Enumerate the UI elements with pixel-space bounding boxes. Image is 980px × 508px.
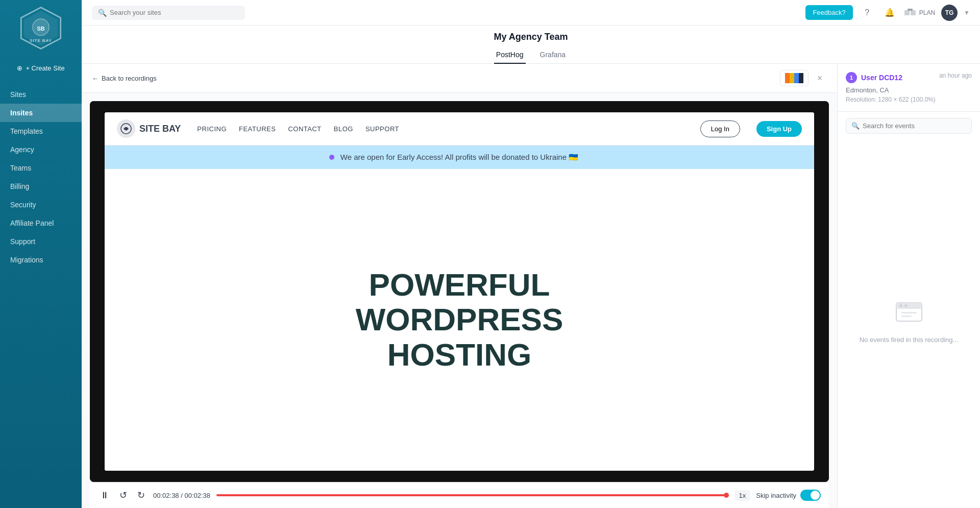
- user-info-left: 1 User DCD12: [846, 72, 902, 83]
- create-site-label: + Create Site: [26, 64, 64, 72]
- main-content: 🔍 Feedback? ? 🔔 PLAN TG ▼ My Agency Team…: [82, 0, 980, 508]
- toggle-knob: [811, 491, 820, 500]
- hero-line2: WORDPRESS: [356, 302, 563, 337]
- rainbow-icon: [785, 73, 803, 83]
- avatar[interactable]: TG: [941, 5, 958, 21]
- preview-logo: SITE BAY: [117, 119, 181, 138]
- sidebar-item-support[interactable]: Support: [0, 232, 82, 251]
- rewind-button[interactable]: ↺: [117, 488, 129, 503]
- team-header: My Agency Team PostHog Grafana: [82, 26, 980, 64]
- team-tabs: PostHog Grafana: [494, 46, 568, 63]
- progress-fill: [216, 494, 728, 496]
- preview-hero-text: POWERFUL WORDPRESS HOSTING: [356, 268, 563, 372]
- play-pause-button[interactable]: ⏸: [98, 488, 111, 503]
- nav-pricing: PRICING: [197, 125, 227, 133]
- notifications-button[interactable]: 🔔: [881, 5, 898, 21]
- sidebar-item-agency[interactable]: Agency: [0, 140, 82, 159]
- no-events-icon: [894, 299, 924, 330]
- hero-line3: HOSTING: [356, 337, 563, 372]
- sidebar-item-security[interactable]: Security: [0, 196, 82, 214]
- cursor-indicator: [329, 155, 334, 160]
- search-icon: 🔍: [98, 9, 107, 17]
- nav-contact: CONTACT: [288, 125, 321, 133]
- search-input[interactable]: [110, 9, 239, 16]
- topbar-search-container: 🔍: [92, 6, 245, 20]
- skip-inactivity-toggle[interactable]: [800, 490, 821, 501]
- plus-icon: ⊕: [17, 64, 22, 72]
- time-display: 00:02:38 / 00:02:38: [153, 492, 210, 499]
- video-container: SITE BAY PRICING FEATURES CONTACT BLOG S…: [90, 101, 829, 482]
- sidebar-item-templates[interactable]: Templates: [0, 122, 82, 140]
- sidebar-item-insites[interactable]: Insites: [0, 104, 82, 122]
- time-ago: an hour ago: [939, 72, 972, 79]
- hero-line1: POWERFUL: [356, 268, 563, 302]
- svg-text:SB: SB: [37, 26, 45, 32]
- sidebar-item-migrations[interactable]: Migrations: [0, 251, 82, 269]
- preview-hero: POWERFUL WORDPRESS HOSTING: [105, 169, 814, 470]
- nav-features: FEATURES: [239, 125, 276, 133]
- help-button[interactable]: ?: [859, 5, 875, 21]
- sidebar-item-sites[interactable]: Sites: [0, 85, 82, 104]
- site-preview: SITE BAY PRICING FEATURES CONTACT BLOG S…: [105, 112, 814, 470]
- banner-text: We are open for Early Access! All profit…: [340, 153, 578, 161]
- progress-dot: [724, 493, 729, 498]
- preview-banner: We are open for Early Access! All profit…: [105, 146, 814, 169]
- recording-toolbar: ← Back to recordings ×: [82, 64, 837, 93]
- svg-point-15: [899, 304, 902, 307]
- svg-rect-17: [901, 312, 917, 313]
- events-search-input[interactable]: [863, 122, 966, 130]
- speed-badge[interactable]: 1x: [735, 490, 750, 501]
- user-name[interactable]: User DCD12: [861, 74, 902, 82]
- plan-label: PLAN: [919, 9, 935, 16]
- user-number-badge: 1: [846, 72, 857, 83]
- topbar-actions: Feedback? ? 🔔 PLAN TG ▼: [805, 5, 970, 21]
- content-area: ← Back to recordings ×: [82, 64, 980, 508]
- events-search: 🔍: [846, 118, 972, 134]
- svg-rect-8: [785, 73, 790, 83]
- rainbow-button[interactable]: [780, 70, 808, 86]
- dropdown-chevron-icon[interactable]: ▼: [964, 9, 970, 16]
- right-panel: 1 User DCD12 an hour ago Edmonton, CA Re…: [837, 64, 980, 508]
- close-button[interactable]: ×: [813, 71, 827, 85]
- svg-rect-18: [901, 316, 912, 317]
- back-arrow-icon: ←: [92, 75, 99, 82]
- sidebar-item-affiliate[interactable]: Affiliate Panel: [0, 214, 82, 232]
- create-site-button[interactable]: ⊕ + Create Site: [0, 61, 82, 75]
- plan-badge: PLAN: [904, 8, 935, 17]
- right-panel-header: 1 User DCD12 an hour ago Edmonton, CA Re…: [838, 64, 980, 112]
- svg-rect-6: [911, 10, 916, 15]
- plan-icon: [904, 8, 916, 17]
- preview-login-button[interactable]: Log In: [700, 120, 740, 137]
- team-name: My Agency Team: [494, 32, 568, 42]
- nav-blog: BLOG: [334, 125, 353, 133]
- player-controls: ⏸ ↺ ↻ 00:02:38 / 00:02:38 1x Skip inacti…: [90, 482, 829, 508]
- no-events-text: No events fired in this recording...: [860, 336, 959, 344]
- video-inner: SITE BAY PRICING FEATURES CONTACT BLOG S…: [90, 101, 829, 482]
- sidebar-item-billing[interactable]: Billing: [0, 177, 82, 196]
- tab-grafana[interactable]: Grafana: [538, 46, 568, 64]
- preview-logo-icon: [117, 119, 135, 138]
- recording-panel: ← Back to recordings ×: [82, 64, 837, 508]
- svg-text:SITE BAY: SITE BAY: [30, 38, 52, 43]
- sidebar-item-teams[interactable]: Teams: [0, 159, 82, 177]
- back-to-recordings-link[interactable]: ← Back to recordings: [92, 75, 157, 82]
- topbar: 🔍 Feedback? ? 🔔 PLAN TG ▼: [82, 0, 980, 26]
- sidebar-nav: Sites Insites Templates Agency Teams Bil…: [0, 85, 82, 269]
- events-search-icon: 🔍: [851, 122, 860, 130]
- tab-posthog[interactable]: PostHog: [494, 46, 526, 64]
- back-to-recordings-label: Back to recordings: [102, 75, 157, 82]
- preview-signup-button[interactable]: Sign Up: [756, 121, 802, 137]
- preview-logo-text: SITE BAY: [139, 124, 181, 134]
- progress-bar[interactable]: [216, 494, 728, 496]
- svg-point-16: [904, 304, 908, 307]
- fast-forward-button[interactable]: ↻: [135, 488, 147, 503]
- sidebar-logo: SB SITE BAY: [18, 5, 64, 51]
- events-area: No events fired in this recording...: [838, 134, 980, 508]
- skip-inactivity-control: Skip inactivity: [756, 490, 821, 501]
- skip-inactivity-label: Skip inactivity: [756, 492, 796, 499]
- svg-rect-9: [790, 73, 794, 83]
- svg-rect-5: [904, 10, 910, 15]
- sidebar: SB SITE BAY ⊕ + Create Site Sites Insite…: [0, 0, 82, 508]
- feedback-button[interactable]: Feedback?: [805, 5, 852, 20]
- user-resolution: Resolution: 1280 × 622 (100.0%): [846, 96, 972, 103]
